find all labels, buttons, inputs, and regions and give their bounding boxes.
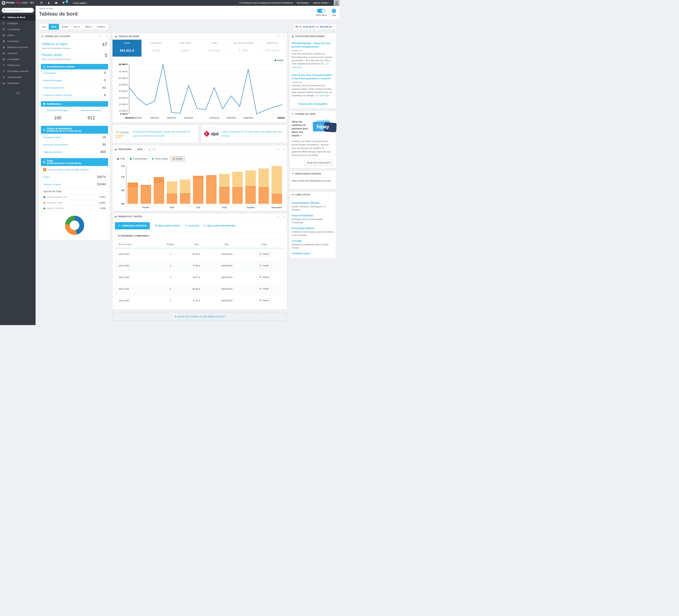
panel-settings-icon[interactable] bbox=[97, 33, 104, 39]
help-button[interactable]: ? bbox=[332, 9, 336, 13]
sidebar-item-catalogue[interactable]: Catalogue bbox=[0, 20, 36, 26]
sidebar-item-tableau-de-bord[interactable]: Tableau de Bord bbox=[0, 14, 36, 20]
pending-orders-link[interactable]: Commandes bbox=[43, 72, 56, 74]
filter-jour-1[interactable]: Jour-1 bbox=[71, 24, 83, 30]
learn-more-button[interactable]: Envie d'en savoir plus ? bbox=[304, 160, 334, 166]
filter-jour[interactable]: Jour bbox=[39, 24, 49, 30]
legend-transformation[interactable]: Transformation bbox=[128, 156, 150, 161]
customer-icon[interactable] bbox=[47, 2, 50, 4]
marketplace-link[interactable]: Connectez-vous à la place de marché de P… bbox=[239, 2, 293, 4]
avatar[interactable] bbox=[334, 0, 340, 6]
sidebar-item-statistiques[interactable]: Statistiques bbox=[0, 80, 36, 86]
dpd-banner[interactable]: dpd Livrez vos produits en 24 à 48h avec… bbox=[201, 125, 287, 143]
panel-refresh-icon[interactable] bbox=[104, 33, 110, 39]
sidebar-item-modules[interactable]: Modules et Services bbox=[0, 44, 36, 50]
google-analytics-link[interactable]: Lien vers votre compte Google Analytics bbox=[47, 168, 89, 171]
sidebar-item-transport[interactable]: Transport bbox=[0, 50, 36, 56]
kpi-tab-panier-moyen[interactable]: Panier Moyen133 € bbox=[171, 40, 200, 57]
total-subscribers-link[interactable]: Total des Abonnés bbox=[43, 151, 62, 153]
tab-meilleures-recherches[interactable]: Meilleures recherches bbox=[203, 225, 235, 227]
contact-link[interactable]: Contactez-nous ! bbox=[292, 252, 311, 255]
filter-annee[interactable]: Année bbox=[59, 24, 71, 30]
kpi-tab-visites[interactable]: Visites234 446 bbox=[200, 40, 229, 57]
year-pill[interactable]: 2015 bbox=[135, 147, 145, 151]
unique-visitors-link[interactable]: Visiteurs Uniques bbox=[43, 183, 61, 185]
new-subscriptions-link[interactable]: Nouveaux Abonnements bbox=[43, 143, 68, 146]
add-modules-button[interactable]: +Ajoutez des modules à votre tableau de … bbox=[112, 312, 287, 321]
panel-settings-icon[interactable] bbox=[274, 213, 281, 219]
sidebar-item-commandes[interactable]: Commandes bbox=[0, 26, 36, 32]
returns-link[interactable]: Retours/Échanges bbox=[43, 79, 62, 82]
filter-mois-1[interactable]: Mois-1 bbox=[83, 24, 94, 30]
panel-refresh-icon[interactable] bbox=[281, 33, 287, 39]
tab-commandes-recentes[interactable]: Commandes récentes bbox=[115, 222, 150, 229]
kpi-tab-ventes[interactable]: Ventes541 611 € bbox=[112, 40, 141, 57]
filter-annee-1[interactable]: Année-1 bbox=[94, 24, 108, 30]
sidebar-item-parametres-avances[interactable]: Paramètres avancés bbox=[0, 68, 36, 74]
panel-settings-icon[interactable] bbox=[274, 33, 281, 39]
forge-link[interactable]: La Forge bbox=[292, 239, 302, 242]
panel-refresh-icon[interactable] bbox=[281, 213, 287, 219]
details-button[interactable]: Détails bbox=[257, 275, 271, 280]
user-menu[interactable]: Julieom Chabin ▼ bbox=[313, 2, 330, 4]
sidebar-item-clients[interactable]: Clients bbox=[0, 32, 36, 38]
sidebar-collapse-handle[interactable] bbox=[15, 92, 20, 94]
sidebar-item-preferences[interactable]: Préférences bbox=[0, 62, 36, 68]
breadcrumb[interactable]: Tableau de Bord bbox=[39, 7, 78, 9]
filter-mois[interactable]: Mois bbox=[49, 24, 59, 30]
abandoned-carts-link[interactable]: Paniers abandonnés bbox=[43, 87, 64, 89]
svg-text:Avril: Avril bbox=[170, 206, 174, 209]
sidebar-item-administration[interactable]: Administration bbox=[0, 74, 36, 80]
next-year-button[interactable]: » bbox=[152, 147, 156, 151]
legend-panier-moyen[interactable]: Panier moyen bbox=[150, 156, 170, 161]
panel-settings-icon[interactable] bbox=[274, 145, 281, 153]
shop-link[interactable]: Ma Boutique bbox=[297, 2, 309, 4]
notification-badge[interactable]: 5 bbox=[65, 0, 68, 3]
addons-link[interactable]: PrestaShop Addons bbox=[292, 227, 314, 230]
search-icon[interactable] bbox=[3, 9, 6, 12]
sidebar-item-localisation[interactable]: Localisation bbox=[0, 56, 36, 62]
dpd-banner-text[interactable]: Livrez vos produits en 24 à 48h avec sui… bbox=[221, 130, 285, 138]
more-news-link[interactable]: Trouver plus d'actualités bbox=[298, 103, 327, 105]
details-button[interactable]: Détails bbox=[257, 286, 271, 292]
search-scope-caret-icon[interactable]: ▼ bbox=[6, 9, 8, 11]
details-button[interactable]: Détails bbox=[257, 298, 271, 303]
svg-text:10 000 €: 10 000 € bbox=[119, 109, 128, 112]
kpi-tab-taux[interactable]: Taux de transformation1.73% bbox=[229, 40, 258, 57]
list-item: Visiteurs Uniques21044 bbox=[41, 181, 108, 188]
active-carts-link[interactable]: Paniers actifs bbox=[41, 53, 62, 57]
online-visitors-link[interactable]: Visiteurs en ligne bbox=[41, 42, 68, 46]
search-input[interactable] bbox=[9, 9, 32, 12]
demo-mode-toggle[interactable] bbox=[317, 9, 325, 13]
prev-year-button[interactable]: « bbox=[148, 147, 152, 151]
messages-icon[interactable] bbox=[55, 2, 58, 4]
product-reviews-link[interactable]: Revues de produits bbox=[81, 109, 101, 112]
panel-refresh-icon[interactable] bbox=[281, 145, 287, 153]
legend-ventes[interactable]: Ventes bbox=[171, 156, 185, 161]
trophy-icon[interactable] bbox=[62, 2, 65, 4]
article-title-link[interactable]: Fixer le prix d'un nouveau produit : le … bbox=[292, 74, 333, 80]
ecopresto-banner[interactable]: Ecopresto Dropshipping company Commencez… bbox=[112, 125, 199, 143]
details-button[interactable]: Détails bbox=[257, 263, 271, 268]
kpi-tab-commandes[interactable]: Commandes4 062 bbox=[141, 40, 171, 57]
legend-trafic[interactable]: Trafic bbox=[115, 156, 128, 161]
kpi-tab-benefice[interactable]: Bénéfice net174 152 € bbox=[258, 40, 287, 57]
ecopresto-banner-text[interactable]: Commencez le dropshipping: Vendez dès ma… bbox=[133, 130, 196, 138]
cart-icon[interactable] bbox=[40, 2, 43, 4]
new-customers-link[interactable]: Nouveaux Clients bbox=[43, 136, 61, 139]
out-of-stock-link[interactable]: Produits en rupture de stock bbox=[43, 94, 72, 96]
tab-plus-vus[interactable]: Plus vus bbox=[185, 225, 199, 227]
brand[interactable]: PrestaShop 1.6.1.0 dev bbox=[2, 1, 34, 5]
quick-access-menu[interactable]: Accès rapide ▼ bbox=[73, 2, 88, 4]
read-more-link[interactable]: En savoir plus bbox=[316, 94, 330, 97]
visits-link[interactable]: Visites bbox=[43, 176, 50, 178]
forum-link[interactable]: Forum PrestaShop bbox=[292, 214, 313, 217]
date-range-picker[interactable]: Du 2015-06-01 Au 2015-06-19 ▼ bbox=[293, 24, 336, 30]
sidebar-item-promotions[interactable]: Promotions bbox=[0, 38, 36, 44]
svg-text:50 000 €: 50 000 € bbox=[119, 83, 128, 86]
tab-meilleures-ventes[interactable]: Meilleures ventes bbox=[155, 225, 180, 227]
details-button[interactable]: Détails bbox=[257, 251, 271, 257]
doc-link[interactable]: Documentation officielle bbox=[292, 202, 320, 204]
article-title-link[interactable]: #PrestaShopDay : retour sur une journée … bbox=[292, 42, 330, 48]
new-messages-link[interactable]: Nouveaux Messages bbox=[47, 109, 68, 112]
